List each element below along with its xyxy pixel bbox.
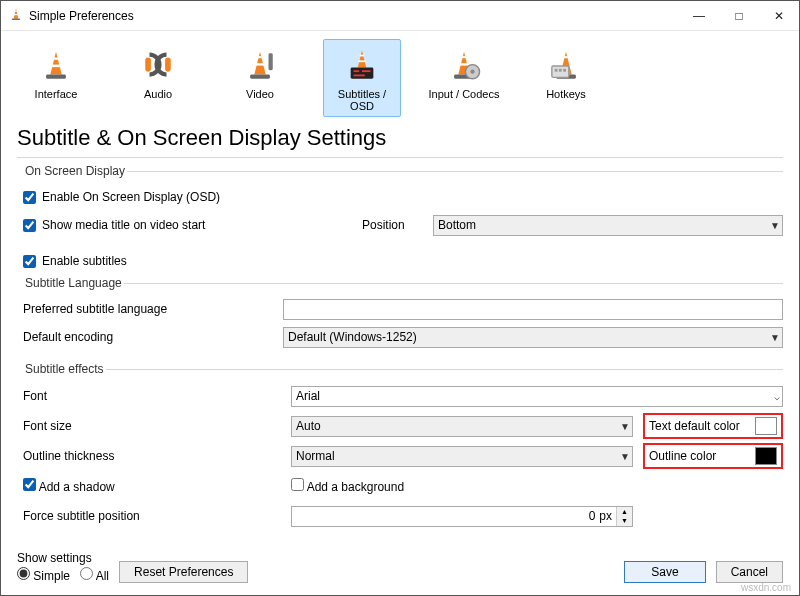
- outline-thickness-label: Outline thickness: [23, 449, 281, 463]
- font-label: Font: [23, 389, 281, 403]
- enable-osd-checkbox-label[interactable]: Enable On Screen Display (OSD): [23, 190, 220, 204]
- category-hotkeys[interactable]: Hotkeys: [527, 39, 605, 117]
- window-title: Simple Preferences: [29, 9, 679, 23]
- font-size-value: Auto: [296, 419, 321, 433]
- simple-radio[interactable]: [17, 567, 30, 580]
- category-label: Video: [224, 88, 296, 100]
- all-radio-label: All: [96, 569, 109, 583]
- show-settings-group: Show settings Simple All: [17, 551, 109, 583]
- enable-osd-checkbox[interactable]: [23, 191, 36, 204]
- add-background-checkbox[interactable]: [291, 478, 304, 491]
- svg-rect-27: [559, 69, 562, 72]
- show-settings-simple[interactable]: Simple: [17, 567, 70, 583]
- show-settings-all[interactable]: All: [80, 567, 109, 583]
- svg-rect-28: [563, 69, 566, 72]
- add-shadow-checkbox[interactable]: [23, 478, 36, 491]
- svg-rect-5: [46, 75, 66, 79]
- font-size-label: Font size: [23, 419, 281, 433]
- divider: [17, 157, 783, 158]
- all-radio[interactable]: [80, 567, 93, 580]
- svg-rect-18: [460, 56, 467, 58]
- show-settings-label: Show settings: [17, 551, 109, 565]
- default-encoding-label: Default encoding: [23, 330, 283, 344]
- outline-color-button[interactable]: [755, 447, 777, 465]
- show-title-text: Show media title on video start: [42, 218, 205, 232]
- svg-rect-26: [555, 69, 558, 72]
- font-dropdown[interactable]: Arial ⌵: [291, 386, 783, 407]
- chevron-down-icon: ▼: [620, 451, 630, 462]
- add-background-label[interactable]: Add a background: [291, 480, 404, 494]
- svg-rect-13: [358, 60, 365, 62]
- simple-radio-label: Simple: [33, 569, 70, 583]
- show-title-checkbox[interactable]: [23, 219, 36, 232]
- svg-rect-23: [562, 56, 569, 58]
- chevron-down-icon: ▼: [770, 332, 780, 343]
- video-icon: [224, 46, 296, 86]
- spin-up-button[interactable]: ▲: [617, 507, 632, 517]
- osd-legend: On Screen Display: [23, 164, 127, 178]
- svg-rect-4: [52, 65, 61, 68]
- close-button[interactable]: ✕: [759, 1, 799, 31]
- svg-point-22: [470, 70, 474, 74]
- chevron-down-icon: ▼: [620, 421, 630, 432]
- category-input-codecs[interactable]: Input / Codecs: [425, 39, 503, 117]
- text-color-button[interactable]: [755, 417, 777, 435]
- svg-rect-25: [552, 66, 569, 77]
- effects-legend: Subtitle effects: [23, 362, 106, 376]
- bottom-bar: Show settings Simple All Reset Preferenc…: [17, 551, 783, 583]
- category-label: Subtitles / OSD: [326, 88, 398, 112]
- position-value: Bottom: [438, 218, 476, 232]
- category-label: Hotkeys: [530, 88, 602, 100]
- svg-rect-19: [459, 63, 469, 65]
- enable-subtitles-label[interactable]: Enable subtitles: [23, 254, 127, 268]
- category-label: Interface: [20, 88, 92, 100]
- category-label: Input / Codecs: [428, 88, 500, 100]
- svg-rect-16: [362, 70, 371, 72]
- minimize-button[interactable]: —: [679, 1, 719, 31]
- svg-rect-6: [145, 58, 151, 72]
- svg-rect-12: [360, 55, 365, 57]
- add-shadow-text: Add a shadow: [39, 480, 115, 494]
- category-toolbar: Interface Audio Video Subtitles / OSD In…: [1, 31, 799, 121]
- show-title-checkbox-label[interactable]: Show media title on video start: [23, 218, 283, 232]
- svg-rect-3: [53, 58, 59, 60]
- text-color-highlight: Text default color: [643, 413, 783, 439]
- add-shadow-label[interactable]: Add a shadow: [23, 480, 115, 494]
- outline-thickness-dropdown[interactable]: Normal ▼: [291, 446, 633, 467]
- hotkeys-icon: [530, 46, 602, 86]
- svg-rect-9: [255, 63, 265, 65]
- input-codecs-icon: [428, 46, 500, 86]
- font-size-dropdown[interactable]: Auto ▼: [291, 416, 633, 437]
- font-value: Arial: [296, 389, 320, 403]
- reset-preferences-button[interactable]: Reset Preferences: [119, 561, 248, 583]
- page-title: Subtitle & On Screen Display Settings: [1, 121, 799, 157]
- chevron-down-icon: ⌵: [774, 391, 780, 402]
- svg-rect-8: [256, 56, 263, 58]
- language-legend: Subtitle Language: [23, 276, 124, 290]
- force-position-spinner[interactable]: 0 px ▲ ▼: [291, 506, 633, 527]
- vlc-cone-icon: [9, 7, 23, 24]
- watermark: wsxdn.com: [741, 582, 791, 593]
- content-area: On Screen Display Enable On Screen Displ…: [1, 164, 799, 532]
- default-encoding-dropdown[interactable]: Default (Windows-1252) ▼: [283, 327, 783, 348]
- category-audio[interactable]: Audio: [119, 39, 197, 117]
- outline-color-highlight: Outline color: [643, 443, 783, 469]
- maximize-button[interactable]: □: [719, 1, 759, 31]
- subtitle-language-group: Subtitle Language Preferred subtitle lan…: [23, 276, 783, 352]
- force-position-suffix: px: [599, 509, 616, 523]
- svg-rect-17: [354, 75, 365, 77]
- preferred-language-input[interactable]: [283, 299, 783, 320]
- text-color-label: Text default color: [649, 419, 749, 433]
- save-button[interactable]: Save: [624, 561, 705, 583]
- enable-osd-text: Enable On Screen Display (OSD): [42, 190, 220, 204]
- default-encoding-value: Default (Windows-1252): [288, 330, 417, 344]
- svg-rect-0: [15, 11, 17, 12]
- category-video[interactable]: Video: [221, 39, 299, 117]
- enable-subtitles-checkbox[interactable]: [23, 255, 36, 268]
- category-interface[interactable]: Interface: [17, 39, 95, 117]
- position-dropdown[interactable]: Bottom ▼: [433, 215, 783, 236]
- category-subtitles-osd[interactable]: Subtitles / OSD: [323, 39, 401, 117]
- cancel-button[interactable]: Cancel: [716, 561, 783, 583]
- spin-down-button[interactable]: ▼: [617, 516, 632, 526]
- svg-rect-11: [269, 53, 273, 70]
